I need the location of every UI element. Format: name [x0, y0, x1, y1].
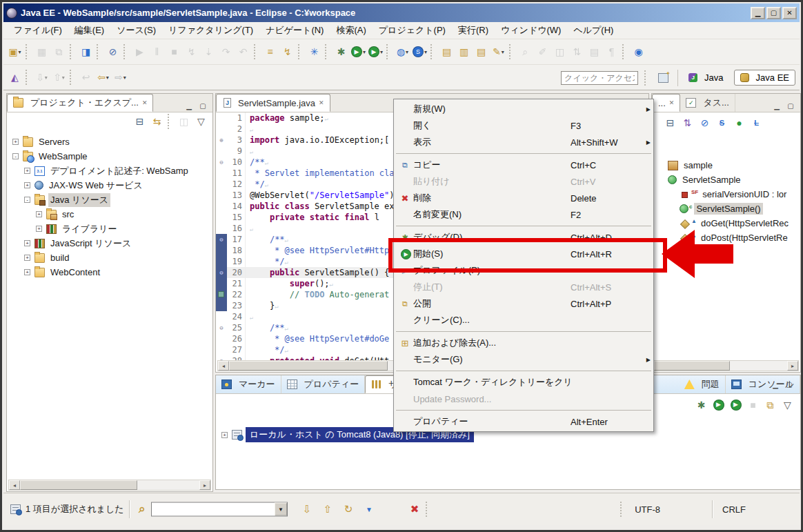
- tab-project-explorer[interactable]: プロジェクト・エクスプ...: [7, 94, 153, 112]
- menubar-item-3[interactable]: リファクタリング(T): [162, 22, 259, 39]
- menu-item-copy[interactable]: ⧉コピーCtrl+C: [394, 157, 653, 173]
- scroll-right-button[interactable]: [199, 480, 210, 490]
- horizontal-scrollbar[interactable]: [653, 360, 799, 371]
- expander-icon[interactable]: +: [24, 255, 30, 261]
- expander-icon[interactable]: +: [24, 182, 30, 188]
- close-tab-icon[interactable]: [669, 99, 675, 106]
- expander-icon[interactable]: +: [221, 432, 228, 438]
- dropdown-button[interactable]: ▼: [361, 506, 377, 513]
- import-button[interactable]: ▤: [438, 43, 455, 61]
- expander-icon[interactable]: +: [24, 269, 30, 275]
- tab-markers[interactable]: マーカー: [216, 375, 281, 393]
- expander-icon[interactable]: +: [12, 139, 19, 145]
- sort-button[interactable]: ⇅: [679, 115, 696, 132]
- hide-non-public-button[interactable]: ●: [731, 115, 748, 132]
- tree-item[interactable]: ServletSample: [652, 173, 800, 187]
- expander-icon[interactable]: +: [24, 168, 30, 174]
- expander-icon[interactable]: -: [24, 197, 30, 203]
- web-browser-button[interactable]: ◉: [630, 43, 647, 61]
- refresh-doc-button[interactable]: ⇅: [568, 43, 586, 61]
- menubar-item-4[interactable]: ナビゲート(N): [259, 22, 330, 39]
- expander-icon[interactable]: +: [36, 226, 42, 232]
- menu-item-properties[interactable]: プロパティーAlt+Enter: [394, 413, 653, 430]
- combo-dropdown-button[interactable]: [275, 503, 287, 516]
- scrollbar-thumb[interactable]: [229, 361, 388, 371]
- step-into-button[interactable]: ⇣: [200, 43, 217, 61]
- horizontal-scrollbar[interactable]: [8, 480, 211, 491]
- hide-local-types-button[interactable]: L: [748, 115, 765, 132]
- annotate-button[interactable]: ✐: [534, 43, 551, 61]
- quick-access-input[interactable]: [561, 71, 638, 85]
- tree-item[interactable]: +Servers: [7, 135, 212, 149]
- forward-button[interactable]: ⇨▾: [112, 69, 129, 86]
- menubar-item-5[interactable]: 検索(A): [330, 22, 372, 39]
- minimize-button[interactable]: [751, 7, 765, 19]
- open-resource-button[interactable]: ▤: [473, 43, 490, 61]
- menu-item-rename[interactable]: 名前変更(N)F2: [394, 206, 653, 223]
- tree-item[interactable]: ▲doGet(HttpServletRec: [652, 216, 800, 230]
- menubar-item-6[interactable]: プロジェクト(P): [373, 22, 452, 39]
- tree-item[interactable]: +デプロイメント記述子: WebSamp: [7, 164, 212, 178]
- minimize-view-button[interactable]: [770, 99, 784, 112]
- close-button[interactable]: [782, 7, 797, 19]
- tab-servletsample-java[interactable]: ServletSample.java: [216, 94, 330, 112]
- next-match-button[interactable]: ⇩: [299, 503, 315, 515]
- update-gear-button[interactable]: ✳: [306, 43, 323, 61]
- tree-item[interactable]: +src: [7, 207, 212, 221]
- scrollbar-thumb[interactable]: [654, 361, 730, 371]
- tree-item[interactable]: sample: [652, 158, 800, 173]
- hide-static-button[interactable]: S: [713, 115, 731, 132]
- disconnect-button[interactable]: ↯: [183, 43, 200, 61]
- stop-server-button[interactable]: ■: [744, 396, 762, 413]
- menu-item-delete[interactable]: ✖削除Delete: [394, 190, 653, 206]
- tree-item[interactable]: +JavaScript リソース: [7, 236, 212, 250]
- menu-item-open[interactable]: 開くF3: [394, 117, 653, 134]
- tree-item[interactable]: +build: [7, 250, 212, 265]
- clear-button[interactable]: ✖: [406, 503, 423, 515]
- tree-item[interactable]: SFserialVersionUID : lor: [652, 187, 800, 201]
- tree-item[interactable]: -WebSample: [7, 149, 212, 164]
- tree-item[interactable]: +WebContent: [7, 265, 212, 279]
- show-whitespace-button[interactable]: ¶: [603, 43, 620, 61]
- scrollbar-thumb[interactable]: [20, 480, 137, 490]
- library-button[interactable]: ▤: [586, 43, 603, 61]
- start-server-button[interactable]: ▶: [710, 396, 727, 413]
- previous-match-button[interactable]: ⇧: [319, 503, 336, 515]
- view-menu-button[interactable]: ▽: [192, 113, 210, 130]
- menu-item-clean-tomcat-workdir[interactable]: Tomcat ワーク・ディレクトリーをクリーン...: [394, 374, 653, 391]
- open-perspective-button[interactable]: [656, 69, 673, 86]
- menubar-item-1[interactable]: 編集(E): [68, 22, 110, 39]
- launch-shortcut-button[interactable]: ↯: [279, 43, 296, 61]
- last-edit-location-button[interactable]: ↩: [77, 69, 95, 86]
- close-tab-icon[interactable]: [319, 99, 324, 106]
- expander-icon[interactable]: +: [24, 240, 30, 246]
- save-all-button[interactable]: ⧉: [50, 43, 68, 61]
- external-tools-button[interactable]: ◭: [6, 69, 23, 86]
- maximize-button[interactable]: [766, 7, 781, 19]
- perspective-java-button[interactable]: Java: [682, 70, 729, 86]
- maximize-view-button[interactable]: [196, 99, 210, 112]
- server-view-menu-button[interactable]: ▽: [779, 396, 796, 413]
- close-tab-icon[interactable]: [142, 99, 148, 106]
- new-web-project-button[interactable]: ◍▾: [394, 43, 411, 61]
- menubar-item-7[interactable]: 実行(R): [452, 22, 495, 39]
- tree-item[interactable]: -Java リソース: [7, 193, 212, 207]
- refresh-button[interactable]: ↻: [340, 503, 357, 515]
- tab-outline[interactable]: ...: [652, 94, 680, 112]
- menu-item-publish[interactable]: ⧉公開Ctrl+Alt+P: [394, 295, 653, 312]
- scrollbar-track[interactable]: [137, 480, 199, 490]
- mark-occurrences-button[interactable]: ✎▾: [490, 43, 507, 61]
- collapse-all-button[interactable]: ⊟: [131, 113, 148, 130]
- minimize-view-button[interactable]: [769, 378, 782, 391]
- save-button[interactable]: ▦: [33, 43, 50, 61]
- run-history-button[interactable]: ≡: [261, 43, 279, 61]
- search-button[interactable]: ⌕: [517, 43, 534, 61]
- focus-working-set-button[interactable]: ◫: [175, 113, 192, 130]
- tab-problems[interactable]: 問題: [679, 375, 726, 393]
- scrollbar-track[interactable]: [730, 361, 787, 371]
- tree-item[interactable]: +ライブラリー: [7, 221, 212, 236]
- suspend-button[interactable]: ‖: [148, 43, 166, 61]
- expander-icon[interactable]: -: [12, 153, 19, 159]
- debug-button[interactable]: ✱: [333, 43, 350, 61]
- menu-item-update-password[interactable]: Update Password...: [394, 391, 653, 407]
